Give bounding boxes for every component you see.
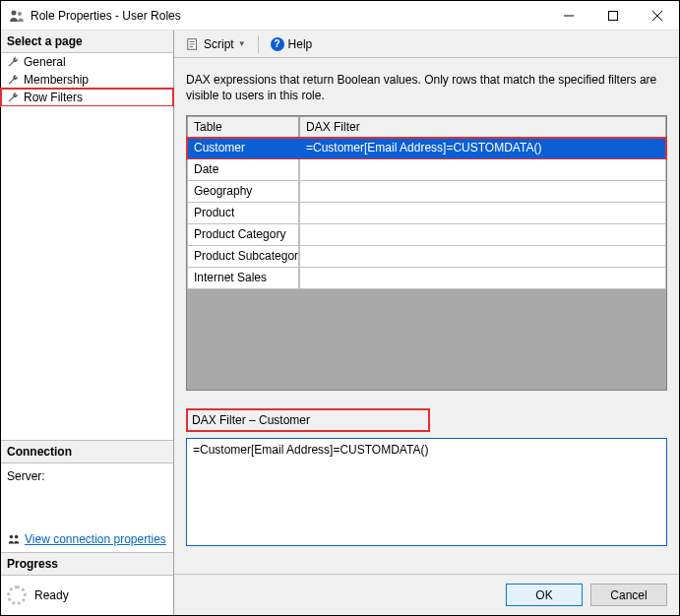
dax-filter-editor-value: =Customer[Email Address]=CUSTOMDATA() xyxy=(193,443,428,457)
main-panel: Script ▼ ? Help DAX expressions that ret… xyxy=(174,31,679,615)
view-connection-properties-link[interactable]: View connection properties xyxy=(7,532,167,546)
select-page-header: Select a page xyxy=(1,31,173,53)
script-button[interactable]: Script ▼ xyxy=(182,35,250,53)
help-label: Help xyxy=(288,37,313,51)
cell-filter xyxy=(299,203,666,224)
table-row[interactable]: Date xyxy=(187,159,666,181)
cell-filter: =Customer[Email Address]=CUSTOMDATA() xyxy=(299,138,666,159)
column-header-table[interactable]: Table xyxy=(187,116,299,138)
cell-table: Customer xyxy=(187,138,299,159)
page-item-row-filters[interactable]: Row Filters xyxy=(1,89,173,106)
role-properties-window: Role Properties - User Roles Select a pa… xyxy=(0,0,680,616)
wrench-icon xyxy=(7,56,20,69)
table-row[interactable]: Internet Sales xyxy=(187,268,666,289)
cell-table: Product Subcategory xyxy=(187,246,299,268)
cell-filter xyxy=(299,224,666,246)
dax-filter-editor[interactable]: =Customer[Email Address]=CUSTOMDATA() xyxy=(186,438,667,546)
progress-spinner-icon xyxy=(7,585,27,605)
cell-table: Internet Sales xyxy=(187,268,299,289)
connection-icon xyxy=(7,532,21,546)
column-header-dax-filter[interactable]: DAX Filter xyxy=(299,116,666,138)
script-label: Script xyxy=(204,37,234,51)
connection-header: Connection xyxy=(1,441,173,463)
cell-table: Date xyxy=(187,159,299,181)
cell-filter xyxy=(299,159,666,181)
cancel-button[interactable]: Cancel xyxy=(590,584,667,606)
minimize-button[interactable] xyxy=(546,1,590,30)
script-icon xyxy=(186,37,200,51)
progress-status: Ready xyxy=(34,588,69,602)
toolbar-separator xyxy=(258,35,259,53)
chevron-down-icon: ▼ xyxy=(238,39,246,48)
wrench-icon xyxy=(7,92,20,104)
users-icon xyxy=(9,8,25,24)
table-row[interactable]: Geography xyxy=(187,181,666,203)
table-row[interactable]: Product Category xyxy=(187,224,666,246)
table-row[interactable]: Customer =Customer[Email Address]=CUSTOM… xyxy=(187,138,666,159)
server-label: Server: xyxy=(7,469,45,483)
cell-filter xyxy=(299,181,666,203)
maximize-button[interactable] xyxy=(590,1,635,30)
close-button[interactable] xyxy=(635,1,679,30)
sidebar: Select a page General Membership Row Fil… xyxy=(1,31,174,615)
cell-table: Geography xyxy=(187,181,299,203)
svg-point-7 xyxy=(15,535,19,539)
cell-table: Product Category xyxy=(187,224,299,246)
page-item-general[interactable]: General xyxy=(1,53,173,71)
help-button[interactable]: ? Help xyxy=(267,35,317,53)
page-label: General xyxy=(24,55,66,69)
ok-button[interactable]: OK xyxy=(506,584,583,606)
wrench-icon xyxy=(7,74,20,87)
toolbar: Script ▼ ? Help xyxy=(174,31,679,58)
cell-filter xyxy=(299,246,666,268)
description-text: DAX expressions that return Boolean valu… xyxy=(186,72,667,103)
page-label: Membership xyxy=(24,73,89,87)
dax-filter-editor-label: DAX Filter – Customer xyxy=(186,408,430,432)
filters-grid[interactable]: Table DAX Filter Customer =Customer[Emai… xyxy=(186,115,667,391)
help-icon: ? xyxy=(271,37,284,51)
svg-rect-3 xyxy=(608,11,617,20)
titlebar: Role Properties - User Roles xyxy=(1,1,679,31)
progress-header: Progress xyxy=(1,553,173,576)
cell-filter xyxy=(299,268,666,289)
page-item-membership[interactable]: Membership xyxy=(1,71,173,89)
svg-point-1 xyxy=(18,12,22,16)
table-row[interactable]: Product Subcategory xyxy=(187,246,666,268)
dialog-footer: OK Cancel xyxy=(174,574,679,615)
page-label: Row Filters xyxy=(24,91,83,104)
table-row[interactable]: Product xyxy=(187,203,666,224)
svg-point-6 xyxy=(10,535,14,539)
cell-table: Product xyxy=(187,203,299,224)
link-text: View connection properties xyxy=(25,532,166,546)
svg-point-0 xyxy=(12,10,17,15)
window-title: Role Properties - User Roles xyxy=(31,9,546,23)
